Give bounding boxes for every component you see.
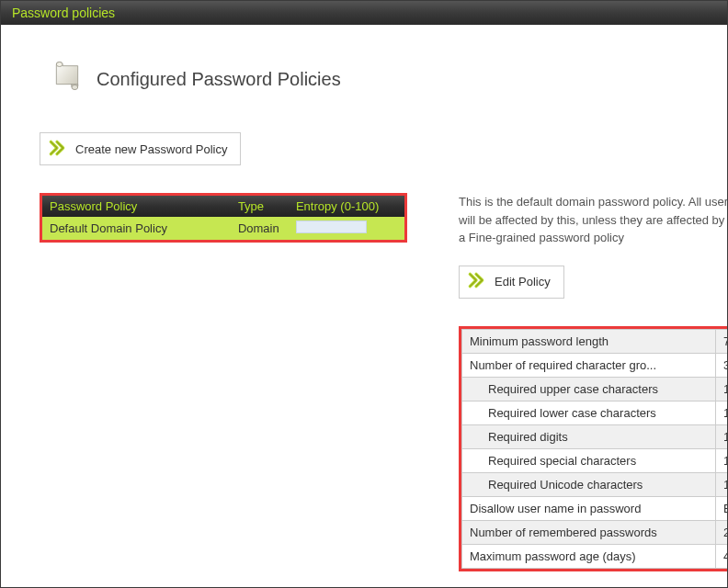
details-label: Minimum password length [462, 329, 716, 353]
details-value: 24 [716, 520, 729, 544]
details-row: Required lower case characters1 [462, 401, 729, 424]
policy-col-header-name[interactable]: Password Policy [42, 196, 231, 217]
page-title-row: Configured Password Policies [49, 60, 688, 99]
details-label: Number of remembered passwords [462, 520, 716, 544]
details-row: Number of required character gro...3 [462, 353, 729, 377]
policy-table: Password Policy Type Entropy (0-100) Def… [40, 193, 407, 243]
details-label: Maximum password age (days) [462, 544, 716, 568]
details-label: Required upper case characters [462, 377, 716, 401]
details-label: Required digits [462, 424, 716, 448]
policy-description: This is the default domain password poli… [459, 193, 728, 247]
edit-policy-button[interactable]: Edit Policy [459, 266, 564, 299]
details-value: 1 [716, 448, 729, 472]
details-row: Disallow user name in passwordEnabled [462, 496, 729, 520]
edit-policy-label: Edit Policy [495, 275, 551, 288]
details-value: 1 [716, 424, 729, 448]
policy-table-header-row: Password Policy Type Entropy (0-100) [42, 196, 404, 217]
policy-row-name: Default Domain Policy [42, 217, 231, 240]
details-value: 7 [716, 329, 729, 353]
header-title: Password policies [12, 6, 115, 20]
policy-col-header-type[interactable]: Type [231, 196, 289, 217]
details-value: 1 [716, 377, 729, 401]
details-value: 3 [716, 353, 729, 377]
details-row: Required special characters1 [462, 448, 729, 472]
policy-row-entropy [289, 217, 404, 240]
svg-point-1 [72, 85, 78, 90]
policy-row-type: Domain [231, 217, 289, 240]
scroll-icon [49, 60, 85, 99]
chevron-double-right-icon [48, 139, 66, 160]
details-value: 1 [716, 401, 729, 424]
details-row: Required Unicode characters1 [462, 472, 729, 496]
policy-row[interactable]: Default Domain Policy Domain [42, 217, 404, 240]
details-label: Number of required character gro... [462, 353, 716, 377]
chevron-double-right-icon [467, 271, 485, 292]
details-row: Required digits1 [462, 424, 729, 448]
svg-point-0 [56, 62, 63, 67]
details-row: Number of remembered passwords24 [462, 520, 729, 544]
policy-col-header-entropy[interactable]: Entropy (0-100) [289, 196, 404, 217]
policy-details-table: Minimum password length7Number of requir… [459, 326, 728, 571]
details-label: Required special characters [462, 448, 716, 472]
create-policy-button[interactable]: Create new Password Policy [40, 132, 241, 165]
entropy-bar [296, 220, 367, 233]
create-policy-label: Create new Password Policy [75, 142, 227, 156]
details-row: Minimum password length7 [462, 329, 729, 353]
details-value: 42 [716, 544, 729, 568]
details-label: Required lower case characters [462, 401, 716, 424]
details-label: Disallow user name in password [462, 496, 716, 520]
details-value: Enabled [716, 496, 729, 520]
page-title: Configured Password Policies [97, 69, 341, 90]
details-label: Required Unicode characters [462, 472, 716, 496]
header-bar: Password policies [1, 1, 727, 25]
details-row: Maximum password age (days)42 [462, 544, 729, 568]
main-content: Configured Password Policies Create new … [1, 25, 727, 588]
details-value: 1 [716, 472, 729, 496]
details-row: Required upper case characters1 [462, 377, 729, 401]
